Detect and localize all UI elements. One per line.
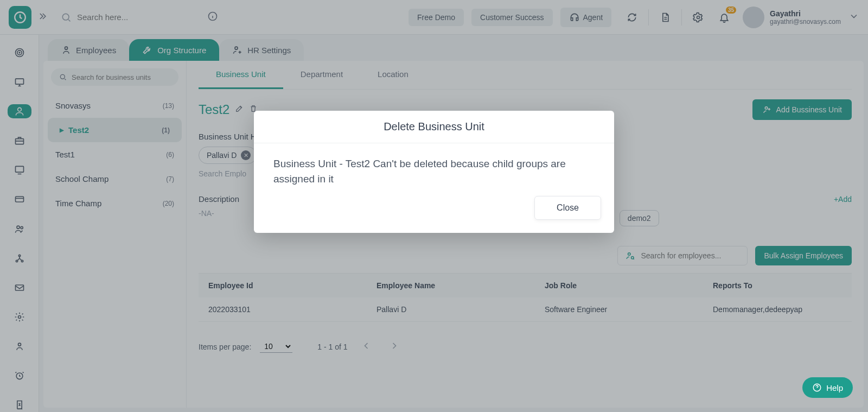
modal-body: Business Unit - Test2 Can't be deleted b… <box>254 143 614 196</box>
modal-scrim[interactable]: Delete Business Unit Business Unit - Tes… <box>0 0 868 412</box>
delete-business-unit-modal: Delete Business Unit Business Unit - Tes… <box>254 111 614 233</box>
help-label: Help <box>826 383 843 392</box>
close-button[interactable]: Close <box>534 196 601 220</box>
modal-title: Delete Business Unit <box>254 111 614 143</box>
help-button[interactable]: Help <box>802 377 853 398</box>
help-icon <box>812 383 822 392</box>
modal-actions: Close <box>254 196 614 233</box>
